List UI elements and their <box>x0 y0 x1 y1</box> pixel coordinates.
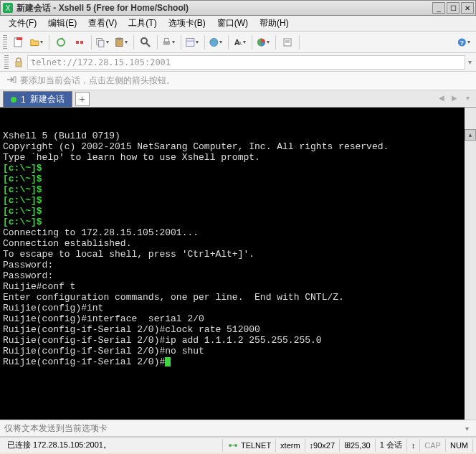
menu-view[interactable]: 查看(V) <box>82 16 123 31</box>
address-dropdown-icon[interactable]: ▾ <box>468 58 472 66</box>
svg-text:X: X <box>6 4 11 12</box>
scroll-up-button[interactable]: ▲ <box>465 129 476 141</box>
svg-rect-27 <box>14 77 16 82</box>
svg-point-11 <box>141 38 147 44</box>
menu-tools[interactable]: 工具(T) <box>123 16 162 31</box>
address-bar: ▾ <box>0 53 476 72</box>
terminal-line: Ruijie#conf t <box>3 281 473 292</box>
add-tab-button[interactable]: + <box>75 92 90 106</box>
status-termtype: xterm <box>276 439 305 452</box>
addrbar-grip <box>4 55 9 70</box>
input-dropdown-icon[interactable]: ▾ <box>462 425 472 432</box>
tab-status-dot <box>11 97 16 103</box>
terminal-cursor <box>165 357 171 366</box>
svg-rect-8 <box>99 40 104 47</box>
status-position: ⊞ 25,30 <box>340 439 376 452</box>
lock-icon <box>13 57 24 68</box>
title-bar: X 新建会话 - Xshell 5 (Free for Home/School)… <box>0 0 476 16</box>
tab-menu-button[interactable]: ▾ <box>462 92 473 103</box>
menu-tabs[interactable]: 选项卡(B) <box>163 16 211 31</box>
window-title: 新建会话 - Xshell 5 (Free for Home/School) <box>16 2 432 14</box>
terminal-line: Ruijie(config-if-Serial 2/0)#clock rate … <box>3 324 473 335</box>
tab-prev-button[interactable]: ◀ <box>436 92 447 103</box>
terminal-line: [c:\~]$ <box>3 184 473 195</box>
terminal-line: [c:\~]$ <box>3 206 473 217</box>
terminal-line: Copyright (c) 2002-2015 NetSarang Comput… <box>3 141 473 152</box>
svg-text:A: A <box>238 39 242 46</box>
status-sessions: 1 会话 <box>376 439 407 452</box>
hint-arrow-icon[interactable] <box>6 74 17 88</box>
status-transfer-icon: ↕ <box>407 439 421 452</box>
tab-next-button[interactable]: ▶ <box>449 92 460 103</box>
terminal-line: Connection established. <box>3 238 473 249</box>
terminal-line: [c:\~]$ <box>3 163 473 174</box>
terminal-output[interactable]: Xshell 5 (Build 0719)Copyright (c) 2002-… <box>0 108 476 420</box>
properties-button[interactable]: ▾ <box>184 34 201 51</box>
toolbar: ▾ ▾ ▾ ▾ ▾ ▾ AA▾ ▾ ?▾ <box>0 32 476 53</box>
scroll-track[interactable] <box>465 162 476 420</box>
status-size: ↕ 90x27 <box>305 439 340 452</box>
print-button[interactable]: ▾ <box>161 34 178 51</box>
svg-rect-3 <box>16 37 22 40</box>
status-bar: 已连接 172.28.15.105:2001。 TELNET xterm ↕ 9… <box>0 437 476 453</box>
command-input[interactable] <box>4 423 462 433</box>
status-protocol: TELNET <box>223 439 276 452</box>
terminal-line: Ruijie(config)#int <box>3 303 473 313</box>
terminal-scrollbar[interactable]: ▲ ▼ <box>465 108 476 420</box>
terminal-line: Password: <box>3 260 473 270</box>
tab-bar: 1 新建会话 + ◀ ▶ ▾ <box>0 90 476 108</box>
minimize-button[interactable]: _ <box>432 2 445 14</box>
svg-point-29 <box>234 444 237 447</box>
menu-window[interactable]: 窗口(W) <box>211 16 254 31</box>
copy-button[interactable]: ▾ <box>95 34 112 51</box>
terminal-line: Type `help' to learn how to use Xshell p… <box>3 152 473 163</box>
svg-rect-5 <box>76 41 79 44</box>
hint-text: 要添加当前会话，点击左侧的箭头按钮。 <box>20 75 175 87</box>
help-button[interactable]: ?▾ <box>456 34 473 51</box>
terminal-line: Ruijie(config-if-Serial 2/0)#no shut <box>3 346 473 356</box>
terminal-line: Ruijie(config-if-Serial 2/0)# <box>3 356 473 367</box>
menu-help[interactable]: 帮助(H) <box>254 16 295 31</box>
terminal-line: Xshell 5 (Build 0719) <box>3 131 473 141</box>
svg-point-4 <box>57 39 65 46</box>
svg-point-17 <box>210 38 218 46</box>
menu-bar: 文件(F) 编辑(E) 查看(V) 工具(T) 选项卡(B) 窗口(W) 帮助(… <box>0 16 476 32</box>
terminal-line: Password: <box>3 270 473 281</box>
tab-index: 1 <box>21 95 26 105</box>
menu-file[interactable]: 文件(F) <box>3 16 42 31</box>
hint-bar: 要添加当前会话，点击左侧的箭头按钮。 <box>0 72 476 90</box>
status-connection: 已连接 172.28.15.105:2001。 <box>3 439 223 452</box>
terminal-line: Enter configuration commands, one per li… <box>3 292 473 303</box>
color-button[interactable]: ▾ <box>255 34 272 51</box>
terminal-line: Ruijie(config-if-Serial 2/0)#ip add 1.1.… <box>3 335 473 346</box>
close-button[interactable]: ✕ <box>461 2 474 14</box>
terminal-line: [c:\~]$ <box>3 217 473 227</box>
svg-rect-6 <box>80 41 83 44</box>
terminal-line: Connecting to 172.28.15.105:2001... <box>3 227 473 238</box>
reconnect-button[interactable] <box>52 34 70 51</box>
tab-label: 新建会话 <box>30 93 65 105</box>
svg-text:?: ? <box>460 39 465 46</box>
app-icon: X <box>2 2 14 14</box>
input-bar: ▾ <box>0 420 476 437</box>
status-cap: CAP <box>420 439 446 452</box>
terminal-line: [c:\~]$ <box>3 174 473 184</box>
font-button[interactable]: AA▾ <box>232 34 249 51</box>
status-num: NUM <box>446 439 473 452</box>
open-button[interactable]: ▾ <box>29 34 46 51</box>
session-tab-1[interactable]: 1 新建会话 <box>3 91 72 107</box>
menu-edit[interactable]: 编辑(E) <box>42 16 82 31</box>
terminal-line: [c:\~]$ <box>3 195 473 206</box>
svg-line-12 <box>146 43 150 47</box>
paste-button[interactable]: ▾ <box>113 34 130 51</box>
maximize-button[interactable]: ☐ <box>447 2 460 14</box>
disconnect-button[interactable] <box>71 34 88 51</box>
find-button[interactable] <box>137 34 154 51</box>
globe-button[interactable]: ▾ <box>208 34 225 51</box>
script-button[interactable] <box>279 34 296 51</box>
address-input[interactable] <box>27 55 465 70</box>
svg-rect-15 <box>186 38 194 46</box>
new-session-button[interactable] <box>10 34 27 51</box>
svg-rect-26 <box>16 62 22 67</box>
svg-rect-10 <box>118 37 122 39</box>
